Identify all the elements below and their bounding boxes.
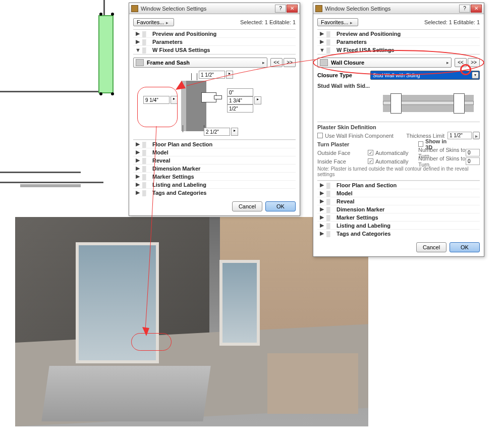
tree-item[interactable]: ▶Floor Plan and Section xyxy=(133,140,296,148)
tree-item[interactable]: ▶Tags and Categories xyxy=(133,188,296,196)
inside-skins-input[interactable] xyxy=(466,157,480,165)
closure-type-name: Stud Wall with Sid... xyxy=(317,83,480,89)
settings-icon xyxy=(142,47,150,53)
tree-item[interactable]: ▶Reveal xyxy=(133,156,296,164)
tree-item[interactable]: ▶Tags and Categories xyxy=(317,229,480,237)
favorites-button[interactable]: Favorites... xyxy=(317,18,358,26)
dim-r0-input[interactable] xyxy=(227,88,253,96)
titlebar[interactable]: Window Selection Settings ? ✕ xyxy=(129,3,300,14)
app-icon xyxy=(131,5,138,12)
show-in-3d-checkbox[interactable] xyxy=(418,141,423,147)
ok-button[interactable]: OK xyxy=(265,201,296,211)
next-panel-button[interactable]: >> xyxy=(284,58,296,67)
parameters-icon xyxy=(142,39,150,45)
thickness-step-button[interactable]: ▸ xyxy=(473,132,480,139)
prev-panel-button[interactable]: << xyxy=(270,58,283,67)
tree-item[interactable]: ▼W Fixed USA Settings xyxy=(133,46,296,54)
favorites-button[interactable]: Favorites... xyxy=(133,18,174,26)
subpanel-selector[interactable]: Frame and Sash ▸ xyxy=(133,58,267,68)
app-icon xyxy=(315,5,322,12)
dialog-title: Window Selection Settings xyxy=(141,6,274,12)
tree-item[interactable]: ▶Preview and Positioning xyxy=(317,30,480,38)
tree-item[interactable]: ▶Marker Settings xyxy=(317,213,480,221)
outside-auto-checkbox[interactable]: ✓ xyxy=(368,150,373,155)
wall-closure-diagram xyxy=(317,91,480,119)
dim-top-input[interactable] xyxy=(199,71,225,79)
use-wall-finish-checkbox[interactable] xyxy=(317,133,323,138)
titlebar[interactable]: Window Selection Settings ? ✕ xyxy=(313,3,484,14)
settings-tree-top: ▶Preview and Positioning ▶Parameters ▼W … xyxy=(133,29,296,55)
close-button[interactable]: ✕ xyxy=(471,5,482,13)
dim-r2-input[interactable] xyxy=(227,104,253,113)
ok-button[interactable]: OK xyxy=(450,242,480,252)
cancel-button[interactable]: Cancel xyxy=(416,242,446,252)
tree-item[interactable]: ▶Dimension Marker xyxy=(133,164,296,172)
tree-item[interactable]: ▶Parameters xyxy=(317,38,480,46)
annotation-rect-dim xyxy=(137,87,178,127)
tree-item[interactable]: ▶Floor Plan and Section xyxy=(317,181,480,189)
help-button[interactable]: ? xyxy=(459,5,470,13)
window-settings-dialog-right: Window Selection Settings ? ✕ Favorites.… xyxy=(313,3,484,257)
dim-top-step[interactable]: ▸ xyxy=(226,71,233,79)
dim-r1-input[interactable] xyxy=(227,96,253,104)
selected-window-plan[interactable] xyxy=(98,15,114,93)
tree-item[interactable]: ▶Model xyxy=(317,189,480,197)
tree-item[interactable]: ▶Listing and Labeling xyxy=(317,221,480,229)
tree-item[interactable]: ▶Reveal xyxy=(317,197,480,205)
tree-item[interactable]: ▶Dimension Marker xyxy=(317,205,480,213)
tree-item[interactable]: ▶Marker Settings xyxy=(133,172,296,180)
annotation-circle-dropdown xyxy=(460,64,471,75)
annotation-oval-wall-closure xyxy=(313,50,484,75)
settings-tree-bottom: ▶Floor Plan and Section ▶Model ▶Reveal ▶… xyxy=(317,180,480,237)
inside-auto-checkbox[interactable]: ✓ xyxy=(368,158,373,164)
help-button[interactable]: ? xyxy=(275,5,286,13)
dim-r1-step[interactable]: ▸ xyxy=(254,96,261,104)
frame-sash-icon xyxy=(136,59,144,66)
dialog-title: Window Selection Settings xyxy=(325,6,459,12)
plaster-section-title: Plaster Skin Definition xyxy=(317,124,480,130)
dim-bottom-input[interactable] xyxy=(204,128,230,136)
preview-icon xyxy=(142,31,150,37)
cancel-button[interactable]: Cancel xyxy=(232,201,262,211)
tree-item[interactable]: ▶Parameters xyxy=(133,38,296,46)
chevron-right-icon: ▸ xyxy=(262,60,265,65)
settings-tree-bottom: ▶Floor Plan and Section ▶Model ▶Reveal ▶… xyxy=(133,139,296,196)
close-button[interactable]: ✕ xyxy=(287,5,298,13)
tree-item[interactable]: ▶Listing and Labeling xyxy=(133,180,296,188)
plaster-note: Note: Plaster is turned outside the wall… xyxy=(317,166,480,177)
selection-status: Selected: 1 Editable: 1 xyxy=(240,19,296,25)
chevron-down-icon[interactable]: ▾ xyxy=(472,72,479,79)
tree-item[interactable]: ▶Model xyxy=(133,148,296,156)
selection-status: Selected: 1 Editable: 1 xyxy=(424,19,480,25)
dim-bottom-step[interactable]: ▸ xyxy=(231,128,238,136)
outside-skins-input[interactable] xyxy=(466,149,480,156)
floor-plan-background xyxy=(0,0,131,212)
tree-item[interactable]: ▶Preview and Positioning xyxy=(133,30,296,38)
